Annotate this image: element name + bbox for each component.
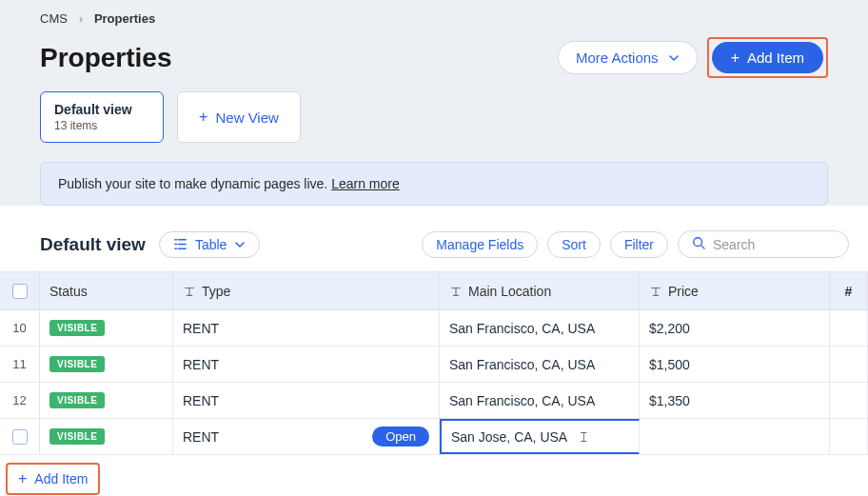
cell-status[interactable]: VISIBLE: [40, 383, 173, 418]
notice-link[interactable]: Learn more: [331, 176, 400, 191]
cell-status[interactable]: VISIBLE: [40, 310, 173, 346]
cell-type[interactable]: RENT: [173, 310, 440, 346]
filter-label: Filter: [624, 237, 654, 252]
status-badge: VISIBLE: [49, 392, 105, 408]
select-all-cell[interactable]: [0, 272, 40, 309]
row-number: 11: [0, 347, 40, 382]
filter-button[interactable]: Filter: [610, 231, 668, 258]
chevron-down-icon: [668, 52, 680, 64]
row-number: 10: [0, 310, 40, 346]
table-header: Status Type Main Location Price #: [0, 272, 868, 310]
cell-more[interactable]: [830, 419, 868, 454]
list-icon: [173, 237, 187, 251]
row-number: 12: [0, 383, 40, 418]
cell-type[interactable]: RENT: [173, 383, 440, 418]
status-badge: VISIBLE: [49, 320, 105, 336]
cell-more[interactable]: [830, 383, 868, 418]
cell-location-editing[interactable]: San Jose, CA, USA 𝙸: [440, 419, 640, 454]
cell-type[interactable]: RENT Open: [173, 419, 440, 454]
plus-icon: +: [18, 471, 27, 486]
plus-icon: +: [199, 109, 207, 125]
row-checkbox[interactable]: [12, 429, 28, 445]
cell-type-value: RENT: [183, 321, 219, 336]
new-view-label: New View: [215, 109, 278, 126]
cell-price-value: $1,500: [649, 357, 690, 372]
notice: Publish your site to make dynamic pages …: [40, 162, 828, 206]
add-item-label: Add Item: [747, 50, 804, 66]
cell-type-value: RENT: [183, 429, 219, 445]
view-card-default[interactable]: Default view 13 items: [40, 91, 164, 143]
sort-label: Sort: [562, 237, 586, 252]
text-icon: [449, 285, 463, 298]
cell-type-value: RENT: [183, 357, 219, 372]
cell-price[interactable]: $2,200: [640, 310, 830, 346]
more-actions-label: More Actions: [576, 50, 659, 66]
page-title: Properties: [40, 43, 172, 73]
col-loc-label: Main Location: [468, 284, 551, 299]
new-view-button[interactable]: + New View: [177, 91, 301, 143]
cell-loc-value: San Francisco, CA, USA: [449, 393, 595, 408]
sort-button[interactable]: Sort: [547, 231, 601, 258]
cell-more[interactable]: [830, 347, 868, 382]
col-header-type[interactable]: Type: [173, 272, 440, 309]
breadcrumb-root[interactable]: CMS: [40, 11, 68, 26]
cell-status[interactable]: VISIBLE: [40, 419, 173, 454]
cell-location[interactable]: San Francisco, CA, USA: [440, 347, 640, 382]
cell-location[interactable]: San Francisco, CA, USA: [440, 310, 640, 346]
cell-location[interactable]: San Francisco, CA, USA: [440, 383, 640, 418]
display-mode-select[interactable]: Table: [159, 231, 260, 258]
manage-fields-label: Manage Fields: [436, 237, 523, 252]
table-row[interactable]: 10 VISIBLE RENT San Francisco, CA, USA $…: [0, 310, 868, 347]
breadcrumb: CMS › Properties: [21, 0, 847, 31]
view-name: Default view: [54, 102, 149, 117]
plus-icon: +: [731, 50, 740, 66]
search-input[interactable]: [713, 237, 827, 252]
cell-more[interactable]: [830, 310, 868, 346]
col-last-label: #: [845, 284, 853, 299]
cell-loc-value: San Francisco, CA, USA: [449, 321, 595, 336]
add-item-bottom-highlight: + Add Item: [6, 463, 100, 495]
select-all-checkbox[interactable]: [12, 284, 28, 299]
add-item-button[interactable]: + Add Item: [712, 42, 823, 73]
add-item-bottom-label: Add Item: [34, 471, 88, 486]
text-cursor-icon: 𝙸: [579, 428, 589, 446]
table-row-editing[interactable]: VISIBLE RENT Open San Jose, CA, USA 𝙸: [0, 419, 868, 455]
search-icon: [692, 236, 705, 252]
cell-price[interactable]: [640, 419, 830, 454]
toolbar-title: Default view: [40, 234, 146, 255]
col-header-location[interactable]: Main Location: [440, 272, 640, 309]
col-type-label: Type: [202, 284, 230, 299]
col-header-price[interactable]: Price: [640, 272, 830, 309]
view-count: 13 items: [54, 119, 149, 132]
row-select-cell[interactable]: [0, 419, 40, 454]
cell-price-value: $1,350: [649, 393, 690, 408]
data-table: Status Type Main Location Price # 10 VIS…: [0, 271, 868, 496]
open-row-button[interactable]: Open: [372, 427, 429, 446]
chevron-right-icon: ›: [79, 12, 83, 26]
cell-price[interactable]: $1,350: [640, 383, 830, 418]
col-header-status[interactable]: Status: [40, 272, 173, 309]
cell-status[interactable]: VISIBLE: [40, 347, 173, 382]
add-item-highlight: + Add Item: [707, 37, 828, 78]
cell-type-value: RENT: [183, 393, 219, 408]
notice-text: Publish your site to make dynamic pages …: [58, 176, 331, 191]
table-row[interactable]: 11 VISIBLE RENT San Francisco, CA, USA $…: [0, 347, 868, 383]
cell-loc-value: San Francisco, CA, USA: [449, 357, 595, 372]
col-status-label: Status: [49, 284, 88, 299]
manage-fields-button[interactable]: Manage Fields: [422, 231, 538, 258]
search-input-wrap[interactable]: [678, 230, 849, 258]
status-badge: VISIBLE: [49, 428, 105, 445]
col-header-more[interactable]: #: [830, 272, 868, 309]
cell-loc-value: San Jose, CA, USA: [451, 429, 567, 445]
chevron-down-icon: [234, 239, 246, 250]
status-badge: VISIBLE: [49, 356, 105, 372]
more-actions-button[interactable]: More Actions: [558, 41, 698, 74]
cell-price[interactable]: $1,500: [640, 347, 830, 382]
display-mode-label: Table: [195, 237, 227, 252]
table-row[interactable]: 12 VISIBLE RENT San Francisco, CA, USA $…: [0, 383, 868, 419]
cell-type[interactable]: RENT: [173, 347, 440, 382]
breadcrumb-current[interactable]: Properties: [94, 11, 155, 26]
add-item-bottom-button[interactable]: + Add Item: [10, 467, 95, 490]
text-icon: [649, 285, 662, 298]
text-icon: [183, 285, 196, 298]
